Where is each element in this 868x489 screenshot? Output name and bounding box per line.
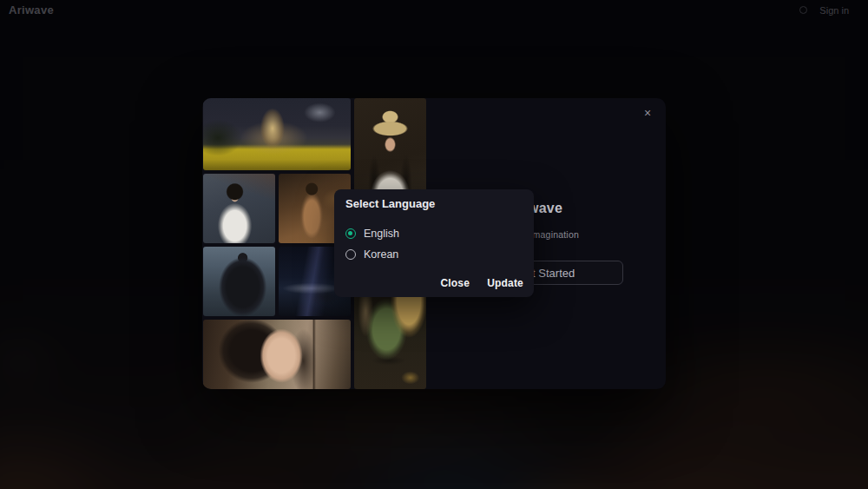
language-option-label: English: [364, 228, 399, 240]
gallery-image-castle-at-night: [203, 98, 351, 170]
language-option-english[interactable]: English: [345, 228, 399, 240]
close-button[interactable]: Close: [440, 277, 470, 289]
language-option-label: Korean: [364, 248, 398, 261]
gallery-image-man-leather-jacket: [203, 247, 275, 316]
radio-unselected-icon[interactable]: [345, 249, 356, 260]
page: Ariwave Sign in × Welcome to Ariwave Unl…: [0, 0, 868, 489]
language-option-korean[interactable]: Korean: [345, 248, 398, 261]
dialog-actions: Close Update: [440, 277, 523, 289]
radio-selected-icon[interactable]: [345, 228, 356, 239]
close-icon[interactable]: ×: [641, 106, 654, 120]
dialog-title: Select Language: [345, 197, 435, 210]
select-language-dialog: Select Language English Korean Close Upd…: [334, 189, 534, 297]
gallery-image-woman-portrait-closeup: [203, 320, 351, 389]
gallery-image-woman-white-outfit: [203, 174, 275, 243]
update-button[interactable]: Update: [487, 277, 523, 289]
